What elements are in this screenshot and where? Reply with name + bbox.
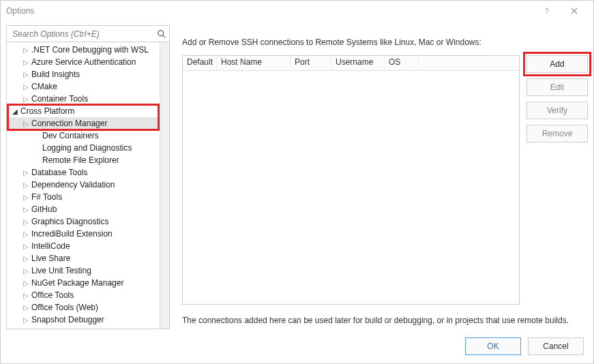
tree-item[interactable]: ▷F# Tools bbox=[7, 191, 169, 203]
search-input[interactable] bbox=[10, 28, 157, 40]
chevron-right-icon: ▷ bbox=[22, 83, 30, 91]
tree-item[interactable]: ▷Database Tools bbox=[7, 166, 169, 179]
chevron-right-icon: ▷ bbox=[22, 181, 30, 189]
tree-item[interactable]: ▷Dependency Validation bbox=[7, 179, 169, 191]
tree-item[interactable]: ▷Container Tools bbox=[7, 93, 169, 105]
tree-item-label: Office Tools bbox=[30, 290, 74, 300]
grid-header: Default Host Name Port Username OS bbox=[183, 56, 519, 71]
chevron-right-icon: ▷ bbox=[22, 120, 30, 127]
tree-item[interactable]: ▷Office Tools bbox=[7, 289, 169, 301]
chevron-right-icon: ▷ bbox=[22, 194, 30, 201]
tree-item-label: Build Insights bbox=[30, 70, 80, 79]
tree-item[interactable]: ◢Cross Platform bbox=[7, 105, 169, 117]
tree-item-label: Remote File Explorer bbox=[41, 155, 119, 165]
right-panel: Add or Remove SSH connections to Remote … bbox=[182, 25, 588, 329]
chevron-right-icon: ▷ bbox=[22, 230, 30, 238]
col-os[interactable]: OS bbox=[385, 56, 419, 70]
connections-grid[interactable]: Default Host Name Port Username OS bbox=[182, 55, 520, 305]
tree-item-label: .NET Core Debugging with WSL bbox=[30, 45, 149, 55]
tree-item-label: F# Tools bbox=[30, 192, 62, 202]
tree-item[interactable]: Remote File Explorer bbox=[7, 154, 169, 166]
chevron-down-icon: ◢ bbox=[11, 108, 19, 115]
search-icon bbox=[157, 29, 166, 39]
chevron-right-icon: ▷ bbox=[22, 95, 30, 103]
side-buttons: Add Edit Verify Remove bbox=[526, 55, 588, 305]
tree-item-label: Office Tools (Web) bbox=[30, 303, 98, 312]
tree-item-label: Cross Platform bbox=[19, 106, 74, 116]
tree-item-label: Database Tools bbox=[30, 168, 88, 177]
tree-item[interactable]: ▷.NET Core Debugging with WSL bbox=[7, 44, 169, 56]
chevron-right-icon: ▷ bbox=[22, 46, 30, 54]
remove-button[interactable]: Remove bbox=[526, 125, 588, 142]
options-dialog: Options ? ▷.NET Core Debugging with WSL▷… bbox=[0, 0, 594, 364]
tree-item[interactable]: ▷Office Tools (Web) bbox=[7, 301, 169, 314]
tree-item[interactable]: Logging and Diagnostics bbox=[7, 142, 169, 154]
tree-item[interactable]: ▷Azure Service Authentication bbox=[7, 56, 169, 68]
chevron-right-icon: ▷ bbox=[22, 267, 30, 275]
tree-item-label: CMake bbox=[30, 82, 57, 91]
tree-item[interactable]: ▷CMake bbox=[7, 80, 169, 93]
help-button[interactable]: ? bbox=[533, 1, 561, 20]
tree-item[interactable]: ▷IntelliCode bbox=[7, 240, 169, 252]
svg-line-4 bbox=[163, 35, 166, 37]
tree-item[interactable]: ▷Live Unit Testing bbox=[7, 264, 169, 277]
chevron-right-icon: ▷ bbox=[22, 218, 30, 226]
dialog-footer: OK Cancel bbox=[1, 329, 593, 363]
chevron-right-icon: ▷ bbox=[22, 59, 30, 66]
tree-item[interactable]: Dev Containers bbox=[7, 130, 169, 142]
col-hostname[interactable]: Host Name bbox=[217, 56, 291, 70]
window-title: Options bbox=[6, 6, 533, 16]
tree-item[interactable]: ▷Live Share bbox=[7, 252, 169, 264]
chevron-right-icon: ▷ bbox=[22, 206, 30, 213]
add-button[interactable]: Add bbox=[526, 55, 588, 73]
tree-item-label: Container Tools bbox=[30, 94, 88, 104]
chevron-right-icon: ▷ bbox=[22, 279, 30, 287]
help-icon: ? bbox=[544, 7, 550, 14]
tree-item[interactable]: ▷NuGet Package Manager bbox=[7, 277, 169, 289]
tree-item[interactable]: ▷Snapshot Debugger bbox=[7, 314, 169, 326]
chevron-right-icon: ▷ bbox=[22, 255, 30, 262]
options-tree[interactable]: ▷.NET Core Debugging with WSL▷Azure Serv… bbox=[7, 42, 169, 329]
close-icon bbox=[571, 7, 578, 14]
col-username[interactable]: Username bbox=[331, 56, 385, 70]
tree-scrollbar[interactable] bbox=[160, 42, 169, 329]
chevron-right-icon: ▷ bbox=[22, 71, 30, 78]
tree-item-label: Snapshot Debugger bbox=[30, 315, 104, 324]
tree-item-label: GitHub bbox=[30, 204, 57, 214]
panel-note: The connections added here can be used l… bbox=[182, 316, 588, 325]
tree-item-label: Dependency Validation bbox=[30, 180, 115, 189]
col-port[interactable]: Port bbox=[291, 56, 331, 70]
tree-item-label: Connection Manager bbox=[30, 119, 107, 128]
tree-item-label: Live Unit Testing bbox=[30, 266, 91, 275]
tree-item-label: Logging and Diagnostics bbox=[41, 143, 132, 153]
tree-item-label: NuGet Package Manager bbox=[30, 278, 123, 288]
tree-item[interactable]: ▷IncrediBuild Extension bbox=[7, 228, 169, 240]
search-box bbox=[7, 26, 169, 42]
svg-text:?: ? bbox=[545, 7, 549, 14]
titlebar: Options ? bbox=[1, 1, 593, 21]
chevron-right-icon: ▷ bbox=[22, 304, 30, 312]
verify-button[interactable]: Verify bbox=[526, 102, 588, 119]
panel-description: Add or Remove SSH connections to Remote … bbox=[182, 37, 588, 47]
tree-item[interactable]: ▷GitHub bbox=[7, 203, 169, 215]
svg-point-3 bbox=[158, 30, 164, 35]
edit-button[interactable]: Edit bbox=[526, 78, 588, 96]
cancel-button[interactable]: Cancel bbox=[528, 337, 584, 355]
col-default[interactable]: Default bbox=[183, 56, 217, 70]
chevron-right-icon: ▷ bbox=[22, 292, 30, 299]
tree-item-label: IntelliCode bbox=[30, 241, 70, 251]
tree-item-label: Live Share bbox=[30, 254, 70, 263]
chevron-right-icon: ▷ bbox=[22, 316, 30, 324]
tree-item-label: Azure Service Authentication bbox=[30, 57, 136, 67]
ok-button[interactable]: OK bbox=[465, 337, 521, 355]
chevron-right-icon: ▷ bbox=[22, 169, 30, 177]
tree-item-label: Dev Containers bbox=[41, 131, 99, 140]
tree-item[interactable]: ▷Graphics Diagnostics bbox=[7, 215, 169, 228]
col-spacer bbox=[419, 56, 519, 70]
tree-item[interactable]: ▷Connection Manager bbox=[7, 117, 169, 130]
tree-item-label: Graphics Diagnostics bbox=[30, 217, 108, 226]
left-panel: ▷.NET Core Debugging with WSL▷Azure Serv… bbox=[6, 25, 170, 329]
close-button[interactable] bbox=[561, 1, 588, 20]
chevron-right-icon: ▷ bbox=[22, 243, 30, 250]
tree-item[interactable]: ▷Build Insights bbox=[7, 68, 169, 80]
